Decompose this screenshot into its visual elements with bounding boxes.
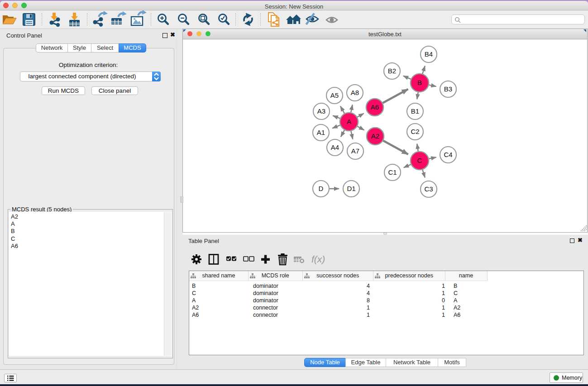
svg-text:B: B: [417, 79, 422, 86]
svg-text:A: A: [347, 118, 351, 125]
svg-text:A6: A6: [371, 103, 379, 111]
svg-text:A4: A4: [331, 143, 339, 151]
svg-text:A7: A7: [351, 147, 359, 155]
svg-text:D1: D1: [347, 185, 355, 192]
svg-text:C1: C1: [388, 168, 397, 176]
svg-text:A5: A5: [330, 91, 339, 99]
svg-text:C2: C2: [411, 128, 419, 135]
svg-text:A2: A2: [371, 132, 379, 140]
svg-text:B4: B4: [425, 50, 433, 58]
svg-text:D: D: [319, 185, 324, 192]
svg-text:B2: B2: [388, 67, 396, 75]
svg-text:C: C: [417, 157, 422, 164]
svg-text:A1: A1: [317, 129, 325, 136]
svg-text:B1: B1: [411, 107, 419, 115]
svg-text:A8: A8: [351, 89, 359, 96]
svg-text:C3: C3: [424, 185, 433, 193]
svg-text:A3: A3: [317, 107, 325, 115]
svg-text:B3: B3: [444, 85, 452, 93]
svg-text:f(x): f(x): [311, 254, 325, 264]
svg-text:C4: C4: [444, 151, 452, 158]
